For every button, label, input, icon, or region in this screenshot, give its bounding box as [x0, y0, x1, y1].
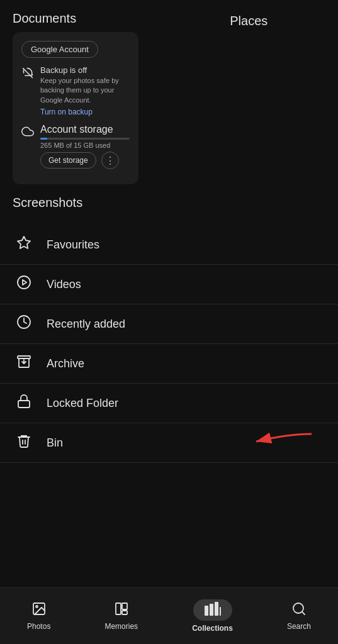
backup-off-icon — [21, 67, 34, 82]
top-section: Documents Google Account Backup is off K… — [0, 0, 338, 184]
svg-rect-20 — [220, 607, 221, 616]
backup-text: Backup is off Keep your photos safe by b… — [40, 65, 130, 116]
nav-search[interactable]: Search — [277, 596, 321, 636]
archive-icon — [15, 354, 33, 373]
play-circle-icon — [15, 275, 33, 294]
videos-label: Videos — [47, 278, 81, 291]
screenshots-title: Screenshots — [0, 184, 338, 210]
menu-item-videos[interactable]: Videos — [0, 265, 338, 304]
svg-rect-17 — [205, 606, 208, 616]
top-right: Places — [172, 11, 326, 184]
collections-nav-label: Collections — [192, 624, 233, 633]
cloud-icon — [21, 125, 34, 141]
recently-added-label: Recently added — [47, 318, 125, 331]
bin-arrow-annotation — [237, 430, 313, 455]
search-nav-label: Search — [287, 622, 311, 631]
backup-desc: Keep your photos safe by backing them up… — [40, 76, 130, 105]
memories-nav-label: Memories — [104, 622, 138, 631]
menu-item-locked-folder[interactable]: Locked Folder — [0, 384, 338, 423]
svg-point-2 — [18, 276, 30, 289]
turn-on-backup-link[interactable]: Turn on backup — [40, 108, 130, 116]
menu-item-bin[interactable]: Bin — [0, 423, 338, 463]
bin-label: Bin — [47, 436, 63, 450]
archive-label: Archive — [47, 357, 84, 370]
svg-rect-19 — [215, 602, 218, 616]
bottom-nav: Photos Memories Collections — [0, 587, 338, 644]
clock-icon — [15, 314, 33, 333]
svg-line-22 — [302, 612, 305, 614]
svg-rect-14 — [116, 603, 121, 614]
locked-folder-label: Locked Folder — [47, 397, 118, 410]
google-account-button[interactable]: Google Account — [21, 41, 98, 58]
memories-icon — [114, 601, 129, 619]
backup-row: Backup is off Keep your photos safe by b… — [21, 65, 130, 116]
backup-title: Backup is off — [40, 65, 130, 75]
lock-icon — [15, 394, 33, 413]
documents-title: Documents — [13, 11, 166, 26]
svg-marker-1 — [18, 236, 30, 248]
collections-icon-bg — [193, 599, 232, 621]
svg-rect-15 — [122, 603, 127, 609]
search-icon — [291, 601, 307, 619]
storage-size: 265 MB of 15 GB used — [40, 142, 130, 149]
get-storage-button[interactable]: Get storage — [40, 152, 96, 169]
storage-row: Account storage 265 MB of 15 GB used Get… — [21, 124, 130, 169]
svg-rect-16 — [122, 611, 127, 614]
storage-title: Account storage — [40, 124, 130, 135]
photos-nav-label: Photos — [27, 622, 50, 631]
nav-memories[interactable]: Memories — [94, 596, 148, 636]
favourites-label: Favourites — [47, 238, 99, 252]
places-title: Places — [230, 14, 268, 28]
svg-rect-18 — [210, 604, 213, 616]
menu-item-archive[interactable]: Archive — [0, 344, 338, 384]
menu-list: Favourites Videos Recently added — [0, 225, 338, 463]
nav-photos[interactable]: Photos — [17, 596, 60, 636]
storage-bar-fill — [40, 138, 47, 140]
storage-text: Account storage 265 MB of 15 GB used Get… — [40, 124, 130, 169]
storage-bar — [40, 138, 130, 140]
menu-item-favourites[interactable]: Favourites — [0, 225, 338, 265]
more-button[interactable]: ⋮ — [101, 152, 119, 169]
trash-icon — [15, 433, 33, 452]
svg-marker-3 — [23, 280, 26, 285]
star-icon — [15, 235, 33, 254]
svg-rect-5 — [18, 356, 30, 358]
svg-rect-7 — [18, 401, 30, 408]
card-actions: Get storage ⋮ — [40, 152, 130, 169]
google-account-card: Google Account Backup is off Keep your p… — [13, 32, 138, 184]
menu-item-recently-added[interactable]: Recently added — [0, 304, 338, 344]
nav-collections[interactable]: Collections — [182, 594, 243, 638]
collections-icon — [205, 602, 221, 618]
top-left: Documents Google Account Backup is off K… — [13, 11, 166, 184]
svg-point-13 — [36, 606, 38, 608]
photos-icon — [31, 601, 47, 619]
